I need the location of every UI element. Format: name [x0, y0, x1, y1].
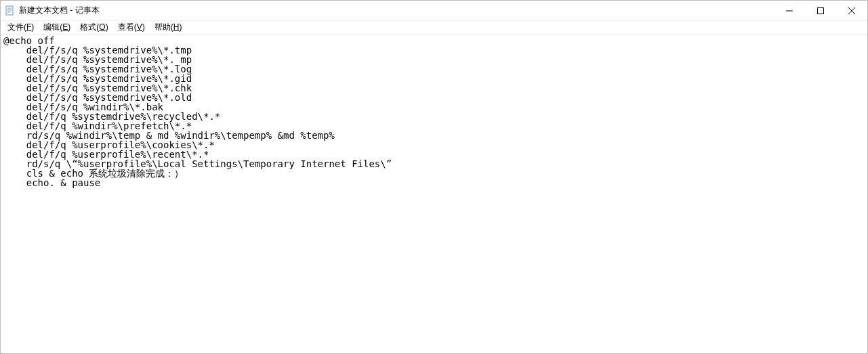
notepad-icon — [5, 5, 16, 16]
titlebar[interactable]: 新建文本文档 - 记事本 — [1, 1, 867, 21]
menu-edit[interactable]: 编辑(E) — [39, 21, 75, 34]
maximize-button[interactable] — [805, 1, 836, 21]
svg-rect-0 — [6, 6, 13, 15]
menubar: 文件(F) 编辑(E) 格式(O) 查看(V) 帮助(H) — [1, 21, 867, 35]
menu-format[interactable]: 格式(O) — [76, 21, 112, 34]
menu-help[interactable]: 帮助(H) — [150, 21, 186, 34]
titlebar-left: 新建文本文档 - 记事本 — [5, 5, 100, 16]
minimize-button[interactable] — [774, 1, 805, 21]
menu-view[interactable]: 查看(V) — [114, 21, 149, 34]
window-title: 新建文本文档 - 记事本 — [19, 5, 100, 16]
close-button[interactable] — [836, 1, 867, 21]
svg-rect-6 — [818, 8, 824, 14]
window-controls — [774, 1, 867, 20]
text-area[interactable]: @echo off del/f/s/q %systemdrive%\*.tmp … — [1, 35, 867, 353]
menu-file[interactable]: 文件(F) — [3, 21, 38, 34]
notepad-window: 新建文本文档 - 记事本 文件(F) 编辑(E) 格式(O) 查看(V) 帮助(… — [0, 0, 868, 354]
